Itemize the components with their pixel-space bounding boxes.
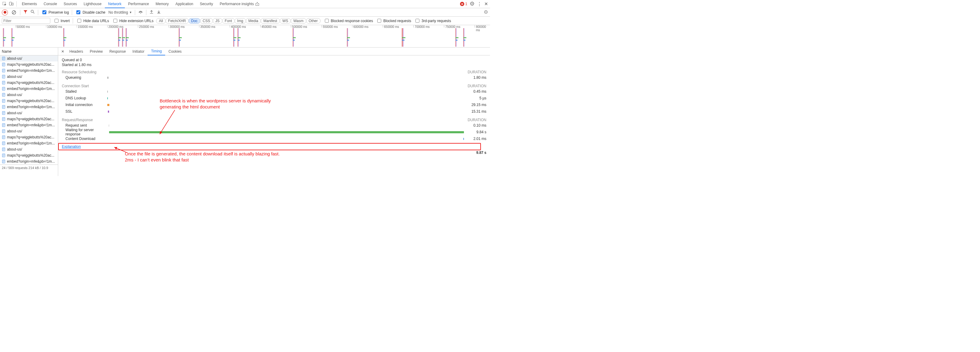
type-pill-img[interactable]: Img [235,18,246,24]
type-filter-pills: All Fetch/XHR Doc CSS JS Font Img Media … [156,18,320,24]
error-icon: ✕ [460,2,464,6]
timeline-tick: 300000 ms [169,25,185,28]
timeline-overview[interactable]: 50000 ms100000 ms150000 ms200000 ms25000… [0,25,490,48]
request-row[interactable]: maps?q=wigglebutts%20ac... [0,116,58,122]
svg-point-10 [140,13,141,14]
timing-bar [107,90,108,93]
type-pill-js[interactable]: JS [213,18,223,24]
request-name: maps?q=wigglebutts%20ac... [7,81,54,85]
blocked-cookies-checkbox[interactable]: Blocked response cookies [324,18,373,24]
dtab-initiator[interactable]: Initiator [129,48,148,55]
request-name: maps?q=wigglebutts%20ac... [7,62,54,67]
timing-value: 15.31 ms [462,109,486,114]
type-pill-fetch[interactable]: Fetch/XHR [165,18,189,24]
invert-label: Invert [60,19,70,23]
dtab-preview[interactable]: Preview [86,48,106,55]
timeline-tick: 250000 ms [138,25,154,28]
request-row[interactable]: maps?q=wigglebutts%20ac... [0,134,58,140]
request-row[interactable]: maps?q=wigglebutts%20ac... [0,80,58,86]
download-har-icon[interactable] [157,10,161,15]
request-row[interactable]: about-us/ [0,74,58,80]
request-row[interactable]: embed?origin=mfe&pb=!1m... [0,140,58,146]
dtab-headers[interactable]: Headers [66,48,86,55]
preserve-log-checkbox[interactable]: Preserve log [41,10,69,15]
document-icon [2,99,5,103]
settings-gear-icon[interactable] [484,10,488,15]
device-icon[interactable] [8,1,14,7]
request-row[interactable]: embed?origin=mfe&pb=!1m... [0,122,58,128]
blocked-requests-checkbox[interactable]: Blocked requests [376,18,411,24]
type-pill-wasm[interactable]: Wasm [291,18,306,24]
svg-point-3 [257,4,258,5]
type-pill-all[interactable]: All [156,18,165,24]
request-row[interactable]: embed?origin=mfe&pb=!1m... [0,159,58,165]
request-row[interactable]: embed?origin=mfe&pb=!1m... [0,86,58,92]
type-pill-other[interactable]: Other [306,18,321,24]
document-icon [2,160,5,163]
request-row[interactable]: about-us/ [0,110,58,116]
tab-network[interactable]: Network [105,0,125,8]
inspect-icon[interactable] [1,1,8,7]
dtab-response[interactable]: Response [106,48,129,55]
timeline-tick: 50000 ms [16,25,30,28]
more-icon[interactable]: ⋮ [477,1,482,7]
filter-icon[interactable] [23,10,27,15]
type-pill-ws[interactable]: WS [280,18,291,24]
settings-icon[interactable] [470,1,474,7]
timeline-tick: 400000 ms [230,25,246,28]
close-icon[interactable]: ✕ [484,1,488,7]
request-list-header[interactable]: Name [0,48,58,55]
svg-point-5 [472,3,473,4]
request-row[interactable]: embed?origin=mfe&pb=!1m... [0,104,58,110]
tab-elements[interactable]: Elements [19,0,40,8]
timing-bar [107,104,110,106]
upload-har-icon[interactable] [150,10,154,15]
filter-input[interactable] [2,18,50,24]
request-row[interactable]: about-us/ [0,146,58,152]
timing-bar [109,125,110,127]
tab-application[interactable]: Application [172,0,197,8]
error-count[interactable]: ✕ 1 [460,2,467,6]
third-party-checkbox[interactable]: 3rd-party requests [414,18,451,24]
tab-performance[interactable]: Performance [125,0,153,8]
timeline-tick: 750000 ms [444,25,460,28]
clear-button[interactable] [11,10,17,16]
tab-console[interactable]: Console [40,0,60,8]
dtab-cookies[interactable]: Cookies [165,48,185,55]
type-pill-media[interactable]: Media [246,18,261,24]
request-name: about-us/ [7,75,22,79]
tab-security[interactable]: Security [197,0,216,8]
tab-lighthouse[interactable]: Lighthouse [80,0,105,8]
network-conditions-icon[interactable] [138,10,143,15]
request-row[interactable]: about-us/ [0,92,58,98]
timing-row: Waiting for server response9.84 s [62,129,486,135]
type-pill-font[interactable]: Font [222,18,235,24]
request-row[interactable]: maps?q=wigglebutts%20ac... [0,98,58,104]
record-button[interactable] [2,10,8,16]
request-row[interactable]: maps?q=wigglebutts%20ac... [0,62,58,68]
type-pill-css[interactable]: CSS [200,18,213,24]
hide-data-urls-checkbox[interactable]: Hide data URLs [76,18,109,24]
request-row[interactable]: about-us/ [0,128,58,134]
request-row[interactable]: about-us/ [0,55,58,62]
disable-cache-checkbox[interactable]: Disable cache [75,10,105,15]
type-pill-doc[interactable]: Doc [188,18,200,24]
tab-memory[interactable]: Memory [153,0,172,8]
tab-sources[interactable]: Sources [60,0,80,8]
request-row[interactable]: maps?q=wigglebutts%20ac... [0,152,58,159]
hide-ext-urls-checkbox[interactable]: Hide extension URLs [112,18,154,24]
close-details-icon[interactable]: ✕ [59,49,66,54]
request-row[interactable]: embed?origin=mfe&pb=!1m... [0,68,58,74]
invert-checkbox[interactable]: Invert [53,18,70,24]
document-icon [2,135,5,139]
divider [16,1,17,7]
disable-cache-label: Disable cache [83,10,105,14]
type-pill-manifest[interactable]: Manifest [261,18,280,24]
document-icon [2,69,5,72]
tab-perf-insights[interactable]: Performance insights [216,0,263,8]
svg-point-12 [485,11,486,12]
dtab-timing[interactable]: Timing [148,48,165,55]
search-icon[interactable] [30,10,35,15]
throttling-select[interactable]: No throttling ▼ [108,10,132,14]
duration-label: DURATION [468,118,486,122]
